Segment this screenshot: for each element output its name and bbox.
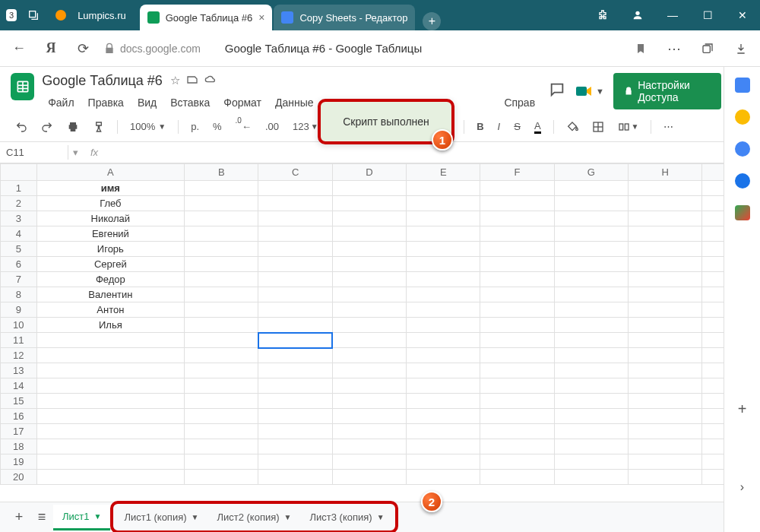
cell[interactable]: [258, 302, 332, 318]
sheet-tab-copy[interactable]: Лист1 (копия)▼: [115, 505, 207, 529]
row-header[interactable]: 13: [1, 363, 37, 378]
cell[interactable]: [332, 439, 406, 454]
cell[interactable]: [258, 211, 332, 226]
cell[interactable]: [185, 226, 258, 242]
cell[interactable]: [332, 257, 406, 272]
cell[interactable]: [554, 226, 628, 242]
cell[interactable]: [480, 272, 554, 287]
cell[interactable]: [332, 363, 406, 378]
cell[interactable]: [185, 242, 258, 257]
back-button[interactable]: ←: [8, 37, 30, 60]
sheet-tab-copy[interactable]: Лист3 (копия)▼: [301, 505, 394, 529]
cell[interactable]: [185, 196, 258, 211]
download-icon[interactable]: [730, 37, 752, 60]
cell[interactable]: [554, 287, 628, 302]
cell[interactable]: [628, 257, 701, 272]
spreadsheet-grid[interactable]: ABCDEFGHI1имя2Глеб3Николай4Евгений5Игорь…: [0, 163, 760, 486]
keep-icon[interactable]: [735, 109, 750, 125]
cell[interactable]: [185, 424, 258, 439]
cell[interactable]: [185, 363, 258, 378]
cell[interactable]: [554, 257, 628, 272]
cell[interactable]: [332, 196, 406, 211]
fill-color-button[interactable]: [562, 118, 583, 136]
cell[interactable]: [407, 333, 480, 348]
cell[interactable]: [407, 439, 480, 454]
cell[interactable]: [554, 409, 628, 424]
cell[interactable]: [628, 318, 701, 333]
cell[interactable]: [480, 242, 554, 257]
row-header[interactable]: 7: [1, 272, 37, 287]
more-icon[interactable]: ⋯: [663, 37, 686, 60]
cell[interactable]: [480, 348, 554, 363]
column-header[interactable]: B: [185, 164, 258, 181]
menu-edit[interactable]: Правка: [82, 93, 130, 112]
column-header[interactable]: H: [628, 164, 701, 181]
cell[interactable]: [554, 302, 628, 318]
cell[interactable]: [332, 333, 406, 348]
cell[interactable]: [332, 470, 406, 485]
row-header[interactable]: 18: [1, 439, 37, 454]
cell[interactable]: [36, 470, 185, 485]
cell[interactable]: [628, 333, 701, 348]
print-button[interactable]: [62, 118, 84, 136]
calendar-icon[interactable]: [735, 78, 750, 93]
cell[interactable]: [36, 409, 185, 424]
cell[interactable]: [407, 257, 480, 272]
cell[interactable]: [554, 318, 628, 333]
cell[interactable]: [407, 302, 480, 318]
row-header[interactable]: 20: [1, 470, 37, 485]
row-header[interactable]: 9: [1, 302, 37, 318]
cell[interactable]: [407, 378, 480, 394]
cell[interactable]: [258, 378, 332, 394]
menu-format[interactable]: Формат: [217, 93, 268, 112]
browser-tab-active[interactable]: Google Таблица #6 ×: [140, 5, 273, 30]
cell[interactable]: [258, 470, 332, 485]
cell[interactable]: [628, 196, 701, 211]
cell[interactable]: [628, 470, 701, 485]
cell[interactable]: [628, 439, 701, 454]
cell[interactable]: [258, 318, 332, 333]
column-header[interactable]: F: [480, 164, 554, 181]
cell[interactable]: [332, 348, 406, 363]
cell[interactable]: [332, 394, 406, 409]
cell[interactable]: [407, 394, 480, 409]
menu-help[interactable]: Справ: [498, 93, 541, 112]
home-badge[interactable]: 3: [6, 9, 17, 21]
cell[interactable]: [480, 211, 554, 226]
cell[interactable]: [554, 454, 628, 470]
cell[interactable]: [628, 378, 701, 394]
cell[interactable]: [407, 226, 480, 242]
cell[interactable]: [258, 181, 332, 196]
cell[interactable]: [185, 181, 258, 196]
cell[interactable]: Антон: [36, 302, 185, 318]
cell[interactable]: [480, 196, 554, 211]
menu-view[interactable]: Вид: [131, 93, 163, 112]
cell[interactable]: [185, 333, 258, 348]
cell[interactable]: [36, 333, 185, 348]
cell[interactable]: [185, 470, 258, 485]
cell[interactable]: [185, 287, 258, 302]
cell[interactable]: [185, 318, 258, 333]
contacts-icon[interactable]: [735, 173, 750, 188]
share-button[interactable]: Настройки Доступа: [613, 73, 721, 109]
toolbar-more-button[interactable]: ⋯: [659, 118, 678, 135]
sheet-tab-active[interactable]: Лист1▼: [53, 505, 110, 530]
cell[interactable]: [258, 242, 332, 257]
cell[interactable]: [480, 226, 554, 242]
cell[interactable]: [332, 181, 406, 196]
name-box-dropdown[interactable]: ▾: [68, 147, 83, 158]
cell[interactable]: [332, 454, 406, 470]
cell[interactable]: [554, 439, 628, 454]
cell[interactable]: [628, 348, 701, 363]
cell[interactable]: Федор: [36, 272, 185, 287]
cell[interactable]: [480, 439, 554, 454]
cell[interactable]: [407, 363, 480, 378]
zoom-select[interactable]: 100% ▼: [125, 118, 170, 135]
row-header[interactable]: 8: [1, 287, 37, 302]
row-header[interactable]: 2: [1, 196, 37, 211]
cell[interactable]: [480, 424, 554, 439]
row-header[interactable]: 1: [1, 181, 37, 196]
sheet-tab-copy[interactable]: Лист2 (копия)▼: [207, 505, 300, 529]
increase-decimal-button[interactable]: .00: [261, 118, 283, 135]
select-all-cell[interactable]: [1, 164, 37, 181]
